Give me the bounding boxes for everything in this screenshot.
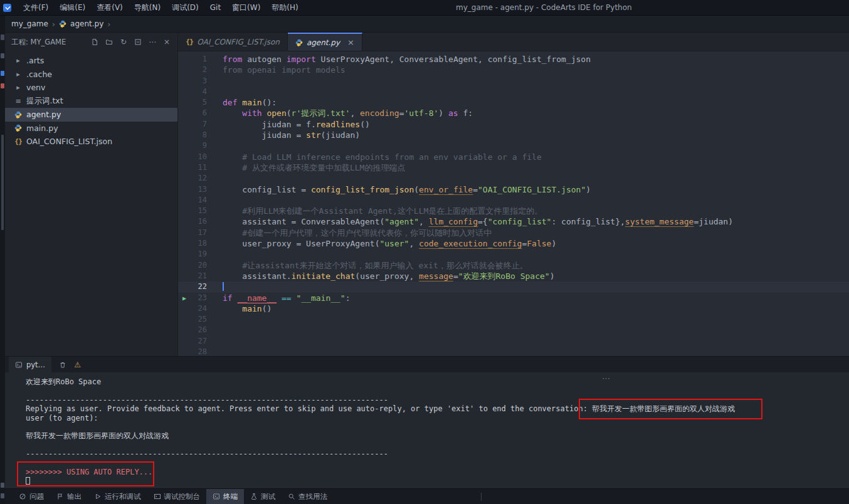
statusbar-problems[interactable]: 问题 bbox=[13, 489, 50, 504]
code-text: #创建一个用户代理，这个用户代理就代表你，你可以随时加入对话中 bbox=[207, 228, 492, 238]
codearts-logo-icon[interactable] bbox=[3, 4, 11, 12]
code-line[interactable]: 14 bbox=[178, 195, 849, 206]
code-line[interactable]: 2from openai import models bbox=[178, 65, 849, 75]
code-line[interactable]: 28 bbox=[178, 347, 849, 356]
code-line[interactable]: 13 config_list = config_list_from_json(e… bbox=[178, 184, 849, 195]
code-line[interactable]: 18 user_proxy = UserProxyAgent("user", c… bbox=[178, 238, 849, 249]
statusbar-test[interactable]: 测试 bbox=[244, 489, 282, 504]
menu-item[interactable]: 查看(V) bbox=[91, 0, 129, 16]
code-text: #让assistant来开始这个对话，如果用户输入 exit，那么对话就会被终止… bbox=[207, 260, 528, 271]
code-line[interactable]: 8 jiudan = str(jiudan) bbox=[178, 130, 849, 140]
terminal-icon bbox=[213, 493, 220, 500]
code-line[interactable]: 22 bbox=[178, 281, 849, 292]
code-text: main() bbox=[207, 303, 272, 314]
code-line[interactable]: 19 bbox=[178, 249, 849, 260]
code-text: assistant = ConversableAgent("agent", ll… bbox=[207, 216, 733, 227]
tree-item-提示词.txt[interactable]: ≡提示词.txt bbox=[5, 95, 177, 108]
code-text: with open(r'提示词.txt', encoding='utf-8') … bbox=[207, 108, 473, 118]
code-line[interactable]: 21 assistant.initiate_chat(user_proxy, m… bbox=[178, 271, 849, 281]
refresh-icon[interactable]: ↻ bbox=[119, 38, 128, 46]
menu-item[interactable]: Git bbox=[204, 0, 226, 16]
menu-item[interactable]: 帮助(H) bbox=[266, 0, 303, 16]
explorer-toolbar: ↻⋯× bbox=[90, 38, 171, 46]
statusbar-items: 问题输出运行和调试调试控制台终端测试查找用法 bbox=[13, 489, 334, 504]
tree-item-OAI_CONFIG_LIST.json[interactable]: {}OAI_CONFIG_LIST.json bbox=[5, 135, 177, 149]
rail-decoration bbox=[1, 34, 4, 40]
statusbar-label: 终端 bbox=[223, 492, 238, 501]
editor-tab-OAI_CONFIG_LIST.json[interactable]: {}OAI_CONFIG_LIST.json bbox=[178, 33, 288, 51]
code-line[interactable]: 16 assistant = ConversableAgent("agent",… bbox=[178, 216, 849, 227]
menu-item[interactable]: 文件(F) bbox=[18, 0, 54, 16]
code-line[interactable]: 4 bbox=[178, 87, 849, 97]
code-text: if __name__ == "__main__": bbox=[207, 293, 351, 303]
statusbar-terminal[interactable]: 终端 bbox=[206, 489, 244, 504]
collapse-all-icon[interactable] bbox=[134, 38, 142, 46]
line-number: 11 bbox=[178, 162, 207, 173]
menu-item[interactable]: 导航(N) bbox=[129, 0, 166, 16]
code-line[interactable]: 3 bbox=[178, 76, 849, 87]
code-line[interactable]: 10 # Load LLM inference endpoints from a… bbox=[178, 152, 849, 162]
code-line[interactable]: 6 with open(r'提示词.txt', encoding='utf-8'… bbox=[178, 108, 849, 118]
code-line[interactable]: 20 #让assistant来开始这个对话，如果用户输入 exit，那么对话就会… bbox=[178, 260, 849, 271]
project-title: 工程: MY_GAME bbox=[11, 38, 66, 47]
code-line[interactable]: 9 bbox=[178, 140, 849, 151]
menu-item[interactable]: 窗口(W) bbox=[226, 0, 266, 16]
code-line[interactable]: 24 main() bbox=[178, 303, 849, 314]
breadcrumb-file[interactable]: agent.py bbox=[70, 19, 103, 28]
python-file-icon bbox=[14, 124, 23, 132]
code-line[interactable]: 7 jiudan = f.readlines() bbox=[178, 119, 849, 130]
statusbar-run-debug[interactable]: 运行和调试 bbox=[88, 489, 147, 504]
tree-item-.arts[interactable]: ▸.arts bbox=[5, 54, 177, 68]
python-icon bbox=[295, 39, 303, 46]
line-number: 8 bbox=[178, 130, 207, 140]
code-text bbox=[207, 76, 223, 87]
run-icon[interactable]: ▶ bbox=[182, 293, 186, 303]
code-line[interactable]: 12 bbox=[178, 173, 849, 184]
close-icon[interactable]: × bbox=[347, 38, 354, 47]
statusbar-output[interactable]: 输出 bbox=[50, 489, 88, 504]
menu-item[interactable]: 编辑(E) bbox=[54, 0, 91, 16]
tree-item-label: main.py bbox=[26, 123, 58, 133]
terminal-line: 帮我开发一款带图形画界面的双人对战游戏 bbox=[26, 431, 849, 440]
text-file-icon: ≡ bbox=[14, 97, 23, 105]
more-icon[interactable]: ⋯ bbox=[148, 38, 157, 46]
new-folder-icon[interactable] bbox=[105, 38, 113, 46]
terminal-cursor bbox=[26, 477, 30, 485]
code-line[interactable]: 17 #创建一个用户代理，这个用户代理就代表你，你可以随时加入对话中 bbox=[178, 228, 849, 238]
line-number: 18 bbox=[178, 238, 207, 249]
new-file-icon[interactable] bbox=[90, 38, 99, 46]
breadcrumb-project[interactable]: my_game bbox=[11, 19, 48, 28]
tree-item-agent.py[interactable]: agent.py bbox=[5, 108, 177, 122]
code-text: config_list = config_list_from_json(env_… bbox=[207, 184, 591, 195]
terminal-line bbox=[26, 441, 849, 449]
left-activity-rail bbox=[0, 16, 5, 504]
terminal-output[interactable]: 欢迎来到RoBo Space--------------------------… bbox=[5, 372, 849, 488]
code-line[interactable]: 1from autogen import UserProxyAgent, Con… bbox=[178, 54, 849, 65]
tree-item-.cache[interactable]: ▸.cache bbox=[5, 68, 177, 81]
code-text bbox=[207, 87, 223, 97]
terminal-line: Replying as user. Provide feedback to ag… bbox=[26, 404, 849, 413]
code-line[interactable]: 11 # 从文件或者环境变量中加载LLM的推理端点 bbox=[178, 162, 849, 173]
trash-icon[interactable] bbox=[59, 361, 66, 369]
line-number: 26 bbox=[178, 325, 207, 335]
line-number: 9 bbox=[178, 140, 207, 151]
code-line[interactable]: 27 bbox=[178, 336, 849, 347]
code-line[interactable]: 25 bbox=[178, 314, 849, 325]
code-area[interactable]: 1from autogen import UserProxyAgent, Con… bbox=[178, 51, 849, 356]
line-number: 22 bbox=[178, 281, 207, 292]
code-line[interactable]: 26 bbox=[178, 325, 849, 335]
tree-item-main.py[interactable]: main.py bbox=[5, 122, 177, 135]
line-number: 3 bbox=[178, 76, 207, 87]
statusbar-find-usages[interactable]: 查找用法 bbox=[282, 489, 334, 504]
code-line[interactable]: ▶23if __name__ == "__main__": bbox=[178, 293, 849, 303]
menu-item[interactable]: 调试(D) bbox=[166, 0, 204, 16]
editor-tab-agent.py[interactable]: agent.py× bbox=[288, 33, 362, 51]
terminal-panel-tab[interactable]: pyt… bbox=[9, 357, 51, 372]
warning-icon[interactable]: ⚠ bbox=[74, 360, 81, 369]
terminal-line: 欢迎来到RoBo Space bbox=[26, 377, 849, 386]
code-line[interactable]: 5def main(): bbox=[178, 97, 849, 108]
close-icon[interactable]: × bbox=[162, 38, 171, 46]
code-line[interactable]: 15 #利用LLM来创建一个Assistant Agent,这个LLM是在上面的… bbox=[178, 206, 849, 216]
statusbar-debug-console[interactable]: 调试控制台 bbox=[147, 489, 207, 504]
tree-item-venv[interactable]: ▸venv bbox=[5, 81, 177, 95]
